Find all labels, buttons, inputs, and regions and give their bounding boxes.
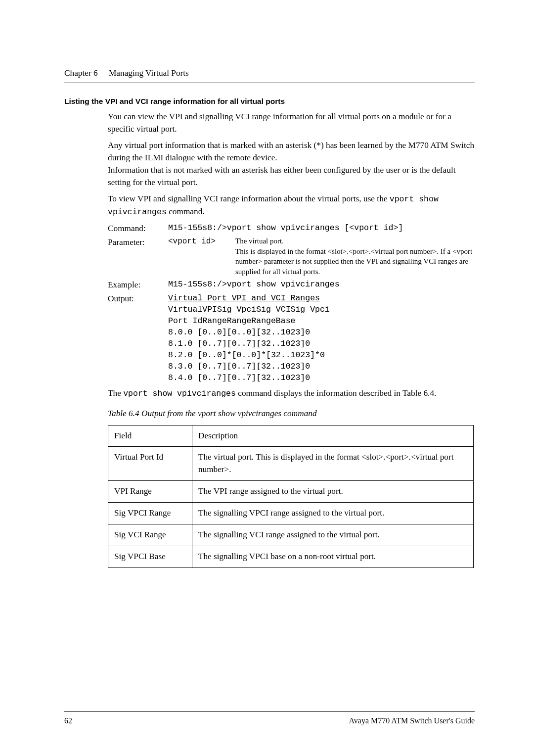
output-line-2: Port IdRangeRangeRangeBase <box>168 315 475 327</box>
intro-2a: Any virtual port information that is mar… <box>108 141 474 162</box>
table-row: Sig VPCI Range The signalling VPCI range… <box>108 503 474 524</box>
td-field: VPI Range <box>108 481 192 503</box>
footer: 62 Avaya M770 ATM Switch User's Guide <box>64 711 475 726</box>
output-line-5: 8.2.0 [0..0]*[0..0]*[32..1023]*0 <box>168 349 475 361</box>
afterdef-a: The <box>108 388 123 398</box>
output-line-7: 8.4.0 [0..7][0..7][32..1023]0 <box>168 372 475 383</box>
book-title: Avaya M770 ATM Switch User's Guide <box>349 715 475 726</box>
td-desc: The signalling VPCI range assigned to th… <box>192 503 474 524</box>
param-id: <vport id> <box>168 236 235 277</box>
table-row: VPI Range The VPI range assigned to the … <box>108 481 474 503</box>
chapter-header: Chapter 6 Managing Virtual Ports <box>64 67 475 83</box>
td-field: Sig VCI Range <box>108 524 192 546</box>
output-line-4: 8.1.0 [0..7][0..7][32..1023]0 <box>168 338 475 349</box>
td-field: Virtual Port Id <box>108 447 192 481</box>
td-desc: The signalling VPCI base on a non-root v… <box>192 546 474 568</box>
intro-3b: command. <box>167 207 205 216</box>
td-desc: The signalling VCI range assigned to the… <box>192 524 474 546</box>
output-block: Virtual Port VPI and VCI Ranges VirtualV… <box>168 292 475 384</box>
section-title: Listing the VPI and VCI range informatio… <box>64 96 475 107</box>
intro-para-1: You can view the VPI and signalling VCI … <box>108 110 475 135</box>
output-line-6: 8.3.0 [0..7][0..7][32..1023]0 <box>168 361 475 372</box>
definition-block: Command: M15-155s8:/>vport show vpivcira… <box>108 222 475 384</box>
intro-2b: Information that is not marked with an a… <box>108 165 456 187</box>
command-label: Command: <box>108 222 168 235</box>
table-row: Virtual Port Id The virtual port. This i… <box>108 447 474 481</box>
param-desc-1: The virtual port. <box>235 237 284 245</box>
parameter-label: Parameter: <box>108 236 168 277</box>
td-desc: The virtual port. This is displayed in t… <box>192 447 474 481</box>
after-def-para: The vport show vpivciranges command disp… <box>108 387 475 400</box>
output-line-3: 8.0.0 [0..0][0..0][32..1023]0 <box>168 327 475 338</box>
intro-3a: To view VPI and signalling VCI range inf… <box>108 194 390 203</box>
output-line-0: Virtual Port VPI and VCI Ranges <box>168 292 475 304</box>
table-row: Sig VCI Range The signalling VCI range a… <box>108 524 474 546</box>
param-desc-2: This is displayed in the format <slot>.<… <box>235 247 472 276</box>
intro-para-3: To view VPI and signalling VCI range inf… <box>108 192 475 218</box>
output-label: Output: <box>108 292 168 384</box>
output-table: Field Description Virtual Port Id The vi… <box>108 425 474 568</box>
output-line-1: VirtualVPISig VpciSig VCISig Vpci <box>168 304 475 315</box>
th-desc: Description <box>192 425 474 447</box>
afterdef-b: command displays the information describ… <box>236 388 436 398</box>
table-head-row: Field Description <box>108 425 474 447</box>
th-field: Field <box>108 425 192 447</box>
example-label: Example: <box>108 279 168 291</box>
example-value: M15-155s8:/>vport show vpivciranges <box>168 279 475 291</box>
td-field: Sig VPCI Base <box>108 546 192 568</box>
td-desc: The VPI range assigned to the virtual po… <box>192 481 474 503</box>
afterdef-cmd: vport show vpivciranges <box>123 389 236 398</box>
command-value: M15-155s8:/>vport show vpivciranges [<vp… <box>168 222 475 235</box>
page-number: 62 <box>64 715 72 726</box>
table-row: Sig VPCI Base The signalling VPCI base o… <box>108 546 474 568</box>
chapter-title: Managing Virtual Ports <box>109 68 189 78</box>
chapter-label: Chapter 6 <box>64 68 98 78</box>
td-field: Sig VPCI Range <box>108 503 192 524</box>
param-desc: The virtual port. This is displayed in t… <box>235 236 475 277</box>
intro-para-2: Any virtual port information that is mar… <box>108 139 475 189</box>
table-caption: Table 6.4 Output from the vport show vpi… <box>108 407 475 420</box>
